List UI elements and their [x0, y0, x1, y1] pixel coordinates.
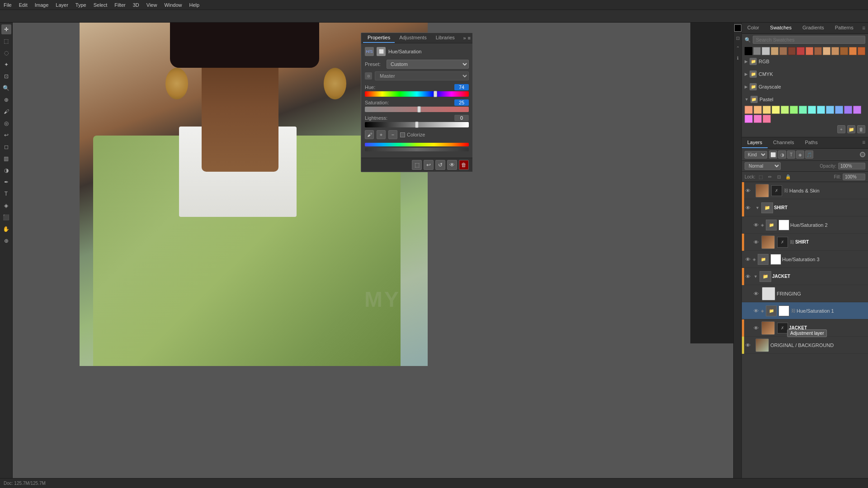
lock-position-btn[interactable]: ✏	[766, 173, 774, 180]
fill-input[interactable]	[843, 174, 865, 180]
filter-toggle[interactable]	[860, 152, 865, 157]
menu-image[interactable]: Image	[35, 2, 49, 8]
curves-btn[interactable]: ⌃	[734, 44, 741, 52]
swatch-tan2[interactable]	[831, 47, 839, 55]
lightness-thumb[interactable]	[415, 122, 419, 128]
menu-layer[interactable]: Layer	[56, 2, 68, 8]
layer-eye-shirt-group[interactable]: 👁	[744, 204, 752, 212]
hue-track[interactable]	[365, 91, 469, 97]
zoom-tool[interactable]: ⊕	[1, 236, 11, 246]
grayscale-group-header[interactable]: ▶ 📁 Grayscale	[745, 82, 865, 92]
lock-all-btn[interactable]: 🔒	[784, 173, 792, 180]
pastel-swatch-7[interactable]	[799, 106, 807, 114]
pastel-group-header[interactable]: ▼ 📁 Pastel	[745, 94, 865, 104]
swatch-orange[interactable]	[823, 47, 830, 55]
lock-pixels-btn[interactable]: ⬚	[757, 173, 764, 180]
swatch-gray[interactable]	[753, 47, 761, 55]
menu-select[interactable]: Select	[94, 2, 108, 8]
pastel-swatch-8[interactable]	[808, 106, 816, 114]
menu-view[interactable]: View	[146, 2, 157, 8]
crop-tool[interactable]: ⊡	[1, 71, 11, 81]
blend-mode-select[interactable]: Normal	[745, 162, 781, 170]
layers-tab[interactable]: Layers	[742, 137, 768, 148]
swatch-brown2[interactable]	[788, 47, 796, 55]
channel-select[interactable]: Master	[375, 71, 469, 80]
swatch-rust[interactable]	[858, 47, 865, 55]
layer-hands-skin[interactable]: 👁 ✗ ⛓ Hands & Skin	[742, 182, 868, 199]
layer-eye-hands[interactable]: 👁	[744, 187, 752, 195]
pastel-swatch-16[interactable]	[763, 115, 771, 123]
text-filter-btn[interactable]: T	[787, 150, 795, 159]
lasso-tool[interactable]: ◌	[1, 48, 11, 58]
pixel-filter-btn[interactable]: ⬜	[769, 150, 777, 159]
prev-btn[interactable]: ↩	[424, 160, 434, 170]
subtract-selection-btn[interactable]: −	[388, 130, 397, 139]
swatch-orange2[interactable]	[849, 47, 857, 55]
menu-3d[interactable]: 3D	[133, 2, 139, 8]
layer-shirt[interactable]: 👁 ✗ ⛓ SHIRT	[742, 234, 868, 251]
layer-hue-sat-1[interactable]: 👁 ◈ 📁 ⛓ Hue/Saturation 1	[742, 302, 868, 319]
menu-file[interactable]: File	[4, 2, 12, 8]
lightness-input[interactable]	[454, 115, 469, 121]
panel-menu-icon[interactable]: ≡	[468, 35, 471, 41]
opacity-input[interactable]	[838, 163, 865, 169]
healing-tool[interactable]: ⊕	[1, 95, 11, 105]
shape-filter-btn[interactable]: ◈	[796, 150, 804, 159]
eraser-tool[interactable]: ◻	[1, 142, 11, 152]
patterns-tab[interactable]: Patterns	[830, 23, 859, 33]
layer-eye-original[interactable]: 👁	[744, 341, 752, 349]
clip-layer-btn[interactable]: ⬚	[412, 160, 422, 170]
menu-filter[interactable]: Filter	[114, 2, 125, 8]
pastel-swatch-6[interactable]	[790, 106, 798, 114]
delete-btn[interactable]: 🗑	[459, 160, 469, 170]
pen-tool[interactable]: ✒	[1, 177, 11, 187]
layer-jacket-group[interactable]: 👁 ▼ 📁 JACKET	[742, 268, 868, 285]
channels-tab[interactable]: Channels	[768, 137, 799, 148]
adjustments-tab[interactable]: Adjustments	[395, 33, 431, 43]
menu-edit[interactable]: Edit	[19, 2, 28, 8]
foreground-bg-color[interactable]	[734, 24, 741, 32]
rgb-group-header[interactable]: ▶ 📁 RGB	[745, 56, 865, 66]
smart-filter-btn[interactable]: 🎵	[805, 150, 813, 159]
delete-swatch-btn[interactable]: 🗑	[857, 125, 865, 133]
layer-eye-hue-sat-3[interactable]: 👁	[744, 255, 752, 263]
add-swatch-btn[interactable]: +	[837, 125, 845, 133]
layer-eye-fringing[interactable]: 👁	[752, 290, 760, 298]
reset-btn[interactable]: ↺	[435, 160, 445, 170]
view-btn[interactable]: 👁	[447, 160, 457, 170]
lock-artboards-btn[interactable]: ⊡	[775, 173, 783, 180]
saturation-input[interactable]	[454, 99, 469, 106]
swatches-search-input[interactable]	[753, 36, 865, 44]
swatch-brown1[interactable]	[779, 47, 787, 55]
layer-hue-sat-3[interactable]: 👁 ◈ 📁 Hue/Saturation 3	[742, 251, 868, 268]
layer-fringing[interactable]: 👁 FRINGING	[742, 285, 868, 302]
history-tool[interactable]: ↩	[1, 130, 11, 140]
libraries-tab[interactable]: Libraries	[431, 33, 459, 43]
swatch-sienna[interactable]	[814, 47, 822, 55]
stamp-tool[interactable]: ◎	[1, 118, 11, 128]
menu-type[interactable]: Type	[75, 2, 86, 8]
menu-help[interactable]: Help	[189, 2, 200, 8]
layer-original-bg[interactable]: 👁 ORIGINAL / BACKGROUND	[742, 337, 868, 354]
path-tool[interactable]: ◈	[1, 201, 11, 211]
gradient-tool[interactable]: ▥	[1, 154, 11, 164]
swatches-tab[interactable]: Swatches	[764, 23, 797, 33]
swatch-silver[interactable]	[762, 47, 769, 55]
layers-menu-btn[interactable]: ≡	[859, 137, 868, 148]
pastel-swatch-3[interactable]	[763, 106, 771, 114]
layer-eye-hue-sat-2[interactable]: 👁	[752, 221, 760, 229]
kind-select[interactable]: Kind	[745, 151, 767, 159]
pastel-swatch-4[interactable]	[772, 106, 780, 114]
paths-tab[interactable]: Paths	[800, 137, 823, 148]
pastel-swatch-1[interactable]	[745, 106, 753, 114]
layer-eye-jacket[interactable]: 👁	[752, 324, 760, 332]
pastel-swatch-12[interactable]	[844, 106, 852, 114]
text-tool[interactable]: T	[1, 189, 11, 199]
folder-swatch-btn[interactable]: 📁	[847, 125, 855, 133]
colorize-checkbox[interactable]	[400, 132, 405, 137]
dodge-tool[interactable]: ◑	[1, 165, 11, 175]
layer-eye-shirt[interactable]: 👁	[752, 238, 760, 246]
hand-tool[interactable]: ✋	[1, 224, 11, 234]
cmyk-group-header[interactable]: ▶ 📁 CMYK	[745, 69, 865, 79]
pastel-swatch-11[interactable]	[835, 106, 843, 114]
